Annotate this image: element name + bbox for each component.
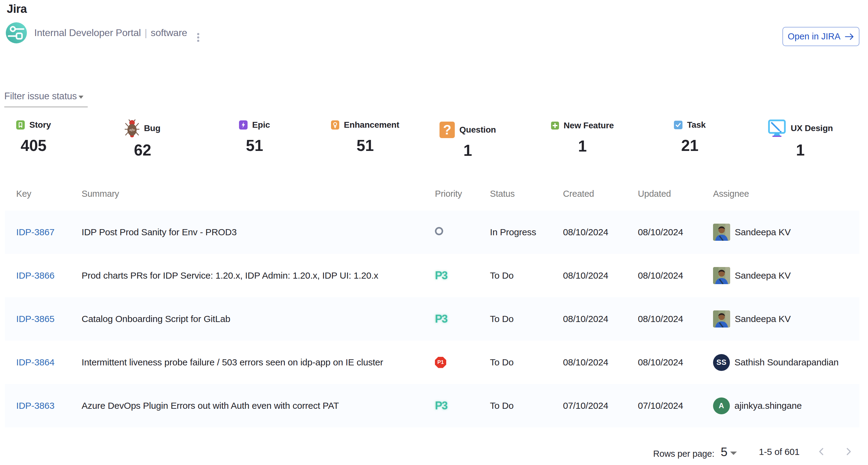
- assignee-name: ajinkya.shingane: [735, 401, 802, 411]
- issue-assignee: SSSathish Soundarapandian: [713, 354, 860, 371]
- bug-icon: </>: [125, 119, 140, 138]
- table-row: IDP-3866Prod charts PRs for IDP Service:…: [5, 254, 860, 297]
- assignee-name: Sandeepa KV: [735, 270, 791, 281]
- chevron-down-icon: [78, 95, 84, 99]
- issue-key-link[interactable]: IDP-3865: [16, 314, 82, 324]
- issue-key-link[interactable]: IDP-3864: [16, 357, 82, 368]
- stat-enhancement: Enhancement51: [331, 120, 399, 153]
- more-options-icon[interactable]: [197, 33, 199, 42]
- table-row: IDP-3867IDP Post Prod Sanity for Env - P…: [5, 210, 860, 254]
- stat-question: ?Question1: [439, 122, 496, 158]
- issue-priority: P3: [435, 399, 490, 412]
- pagination-range: 1-5 of 601: [759, 447, 800, 457]
- issue-created: 08/10/2024: [563, 357, 638, 368]
- stat-epic: Epic51: [239, 120, 270, 153]
- stat-new-feature: New Feature1: [551, 121, 614, 154]
- issue-assignee: Sandeepa KV: [713, 267, 860, 284]
- stat-label: Epic: [252, 120, 270, 130]
- issue-created: 07/10/2024: [563, 401, 638, 411]
- open-in-jira-button[interactable]: Open in JIRA: [782, 27, 860, 46]
- stat-count: 51: [331, 138, 399, 153]
- table-header: KeySummaryPriorityStatusCreatedUpdatedAs…: [5, 187, 860, 200]
- stat-count: 1: [439, 143, 496, 158]
- issue-key-link[interactable]: IDP-3866: [16, 270, 82, 281]
- stat-count: 1: [768, 142, 833, 158]
- svg-text:</>: </>: [129, 128, 135, 132]
- priority-p3-icon: P3: [435, 312, 447, 325]
- story-icon: [16, 120, 25, 130]
- issue-status: To Do: [490, 314, 563, 324]
- issue-priority: [435, 227, 490, 237]
- column-header-created: Created: [563, 189, 638, 199]
- issue-updated: 08/10/2024: [638, 227, 713, 237]
- column-header-summary: Summary: [82, 189, 435, 199]
- stat-ux-design: UX Design1: [768, 119, 833, 158]
- project-logo-icon: [6, 22, 27, 43]
- issue-key-link[interactable]: IDP-3867: [16, 227, 82, 237]
- issue-summary: Prod charts PRs for IDP Service: 1.20.x,…: [82, 270, 435, 281]
- issue-status: To Do: [490, 357, 563, 368]
- issue-status: To Do: [490, 401, 563, 411]
- question-icon: ?: [439, 122, 455, 138]
- previous-page-icon[interactable]: [817, 447, 825, 457]
- enhancement-icon: [331, 120, 339, 130]
- avatar: [713, 224, 730, 241]
- stat-count: 62: [125, 142, 160, 158]
- column-header-status: Status: [490, 189, 563, 199]
- svg-text:?: ?: [443, 122, 452, 137]
- rows-per-page-value[interactable]: 5: [721, 446, 727, 458]
- next-page-icon[interactable]: [845, 447, 853, 457]
- issue-status: In Progress: [490, 227, 563, 237]
- stat-task: Task21: [674, 120, 706, 153]
- priority-none-icon: [435, 227, 443, 235]
- table-row: IDP-3865Catalog Onboarding Script for Gi…: [5, 297, 860, 341]
- avatar: SS: [713, 354, 730, 371]
- issues-table: IDP-3867IDP Post Prod Sanity for Env - P…: [5, 210, 860, 427]
- filter-issue-status-dropdown[interactable]: Filter issue status: [4, 91, 88, 107]
- stat-label: Question: [459, 125, 496, 135]
- stat-label: UX Design: [791, 124, 833, 133]
- column-header-updated: Updated: [638, 189, 713, 199]
- column-header-assignee: Assignee: [713, 189, 860, 199]
- stat-count: 1: [551, 138, 614, 154]
- issue-summary: Azure DevOps Plugin Errors out with Auth…: [82, 401, 435, 411]
- column-header-priority: Priority: [435, 189, 490, 199]
- stat-story: Story405: [16, 120, 51, 153]
- jira-panel: Jira Internal Developer Portal|software …: [0, 0, 868, 465]
- stat-bug: </>Bug62: [125, 119, 160, 158]
- stat-count: 51: [239, 138, 270, 153]
- priority-p1-icon: P1: [435, 357, 446, 368]
- arrow-right-icon: [844, 33, 854, 41]
- project-separator: |: [141, 27, 151, 38]
- column-header-key: Key: [16, 189, 82, 199]
- project-name: Internal Developer Portal|software: [34, 27, 187, 38]
- table-row: IDP-3864Intermittent liveness probe fail…: [5, 341, 860, 384]
- issue-assignee: Aajinkya.shingane: [713, 397, 860, 414]
- issue-created: 08/10/2024: [563, 314, 638, 324]
- stat-label: New Feature: [564, 121, 614, 130]
- assignee-name: Sathish Soundarapandian: [735, 357, 839, 368]
- issue-priority: P1: [435, 357, 490, 368]
- rows-per-page-label: Rows per page:: [653, 449, 714, 459]
- project-header: Internal Developer Portal|software: [6, 22, 187, 43]
- ux-design-icon: [768, 119, 786, 138]
- stat-count: 405: [16, 138, 51, 153]
- issue-updated: 07/10/2024: [638, 401, 713, 411]
- avatar: A: [713, 397, 730, 414]
- issue-updated: 08/10/2024: [638, 314, 713, 324]
- page-title: Jira: [7, 2, 27, 15]
- issue-assignee: Sandeepa KV: [713, 310, 860, 328]
- rows-per-page-caret-icon[interactable]: [730, 452, 737, 455]
- issue-priority: P3: [435, 312, 490, 325]
- assignee-name: Sandeepa KV: [735, 314, 791, 324]
- issue-summary: Intermittent liveness probe failure / 50…: [82, 357, 435, 368]
- stat-label: Bug: [144, 124, 160, 133]
- issue-status: To Do: [490, 270, 563, 281]
- assignee-name: Sandeepa KV: [735, 227, 791, 237]
- epic-icon: [239, 120, 248, 130]
- issue-key-link[interactable]: IDP-3863: [16, 401, 82, 411]
- issue-summary: IDP Post Prod Sanity for Env - PROD3: [82, 227, 435, 237]
- issue-updated: 08/10/2024: [638, 270, 713, 281]
- priority-p3-icon: P3: [435, 399, 447, 412]
- issue-created: 08/10/2024: [563, 270, 638, 281]
